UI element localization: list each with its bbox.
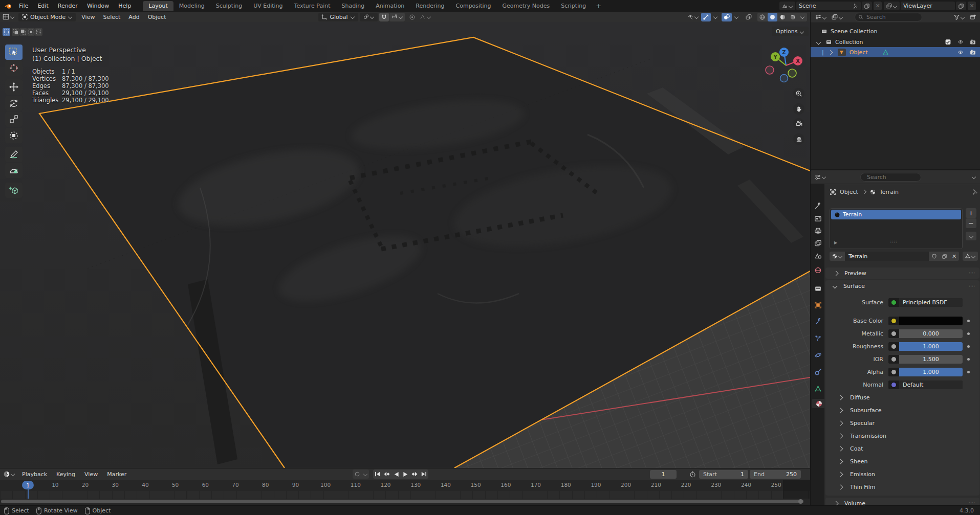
tab-particles[interactable] bbox=[813, 333, 822, 343]
shading-material-button[interactable] bbox=[778, 13, 788, 21]
outliner-search[interactable] bbox=[855, 13, 922, 21]
scene-browse-button[interactable] bbox=[779, 2, 795, 10]
fake-user-button[interactable] bbox=[929, 252, 939, 261]
material-subpanel[interactable]: Subsurface bbox=[825, 404, 979, 417]
material-subpanel[interactable]: Transmission bbox=[825, 430, 979, 442]
workspace-tab[interactable]: UV Editing bbox=[248, 1, 288, 11]
property-field[interactable]: 1.500 bbox=[888, 355, 963, 364]
pivot-dropdown[interactable] bbox=[360, 13, 378, 21]
property-field[interactable]: 0.000 bbox=[888, 329, 963, 338]
snap-settings-dropdown[interactable] bbox=[389, 13, 405, 21]
workspace-tab[interactable]: Sculpting bbox=[210, 1, 248, 11]
new-collection-button[interactable] bbox=[967, 14, 980, 20]
workspace-tab[interactable]: Scripting bbox=[555, 1, 592, 11]
disable-render-camera-icon[interactable] bbox=[969, 49, 976, 56]
app-menu-item[interactable]: File bbox=[14, 3, 33, 9]
outliner-filter-dropdown[interactable] bbox=[829, 14, 845, 20]
viewport-menu-item[interactable]: Select bbox=[99, 14, 124, 20]
socket-chip[interactable] bbox=[888, 342, 899, 351]
tool-rotate[interactable] bbox=[5, 96, 23, 111]
viewport-menu-item[interactable]: View bbox=[77, 14, 99, 20]
tab-view-layer[interactable] bbox=[813, 238, 822, 248]
remove-slot-button[interactable]: − bbox=[966, 218, 976, 228]
gizmos-dropdown[interactable] bbox=[711, 13, 720, 21]
outliner-search-input[interactable] bbox=[865, 13, 919, 21]
socket-chip[interactable] bbox=[888, 317, 899, 325]
timeline-menu-item[interactable]: Playback bbox=[17, 471, 52, 478]
animate-dot[interactable] bbox=[967, 358, 970, 361]
unlink-material-button[interactable]: ✕ bbox=[949, 252, 959, 261]
tab-output[interactable] bbox=[813, 226, 822, 235]
play-button[interactable] bbox=[401, 469, 410, 479]
properties-search[interactable] bbox=[860, 173, 921, 182]
tab-object-data[interactable] bbox=[813, 384, 822, 393]
overlays-dropdown[interactable] bbox=[732, 13, 741, 21]
orthographic-toggle-button[interactable] bbox=[793, 133, 804, 145]
slot-list-grip[interactable]: ∷∷ bbox=[890, 239, 897, 244]
tab-scene[interactable] bbox=[813, 251, 822, 260]
node-tree-dropdown[interactable] bbox=[963, 252, 978, 261]
outliner-row-collection[interactable]: Collection bbox=[811, 37, 980, 47]
previous-keyframe-button[interactable] bbox=[382, 469, 391, 479]
timeline-scrollbar[interactable] bbox=[1, 500, 803, 503]
proportional-falloff-dropdown[interactable] bbox=[418, 13, 433, 21]
workspace-tab[interactable]: Layout bbox=[143, 1, 173, 11]
visibility-dropdown[interactable] bbox=[685, 13, 701, 21]
properties-editor-dropdown[interactable] bbox=[811, 174, 829, 181]
property-value[interactable]: Default bbox=[899, 380, 963, 389]
workspace-tab[interactable]: Geometry Nodes bbox=[496, 1, 555, 11]
slot-specials-dropdown[interactable] bbox=[966, 232, 976, 240]
material-subpanel[interactable]: Diffuse bbox=[825, 391, 979, 404]
tab-modifiers[interactable] bbox=[813, 317, 822, 326]
end-frame-field[interactable]: End250 bbox=[750, 470, 801, 479]
hide-eye-icon[interactable] bbox=[957, 49, 964, 55]
zoom-button[interactable] bbox=[793, 88, 804, 99]
navigation-gizmo[interactable]: Z Y X bbox=[765, 44, 808, 87]
animate-dot[interactable] bbox=[967, 345, 970, 348]
tab-constraints[interactable] bbox=[813, 367, 822, 376]
gizmos-toggle[interactable] bbox=[701, 13, 711, 21]
tab-collection[interactable] bbox=[813, 284, 822, 293]
material-subpanel[interactable]: Specular bbox=[825, 417, 979, 430]
keying-dropdown[interactable] bbox=[362, 469, 369, 479]
overlays-toggle[interactable] bbox=[722, 13, 732, 21]
pan-button[interactable] bbox=[793, 103, 804, 115]
material-subpanel[interactable]: Emission bbox=[825, 468, 979, 481]
browse-material-button[interactable] bbox=[830, 252, 845, 261]
tab-tool[interactable] bbox=[813, 201, 822, 210]
scene-copy-button[interactable] bbox=[862, 2, 872, 10]
property-field[interactable] bbox=[888, 317, 963, 325]
auto-keying-toggle[interactable] bbox=[353, 469, 362, 479]
shading-dropdown[interactable] bbox=[798, 13, 807, 21]
start-frame-field[interactable]: Start1 bbox=[699, 470, 748, 479]
orientation-dropdown[interactable]: Global bbox=[318, 13, 358, 21]
property-value[interactable]: 1.500 bbox=[899, 355, 963, 364]
current-frame-field[interactable]: 1 bbox=[650, 470, 677, 479]
tool-measure[interactable] bbox=[5, 163, 23, 178]
property-value[interactable]: 1.000 bbox=[899, 342, 963, 351]
property-field[interactable]: Default bbox=[888, 380, 963, 389]
expand-icon[interactable] bbox=[816, 39, 821, 44]
mode-dropdown[interactable]: Object Mode bbox=[18, 13, 76, 21]
playhead-line[interactable] bbox=[28, 489, 29, 499]
timeline-menu-item[interactable]: Keying bbox=[52, 471, 80, 478]
viewport-menu-item[interactable]: Add bbox=[124, 14, 143, 20]
material-subpanel[interactable]: Thin Film bbox=[825, 481, 979, 494]
select-mode-intersect-button[interactable] bbox=[35, 28, 42, 36]
add-slot-button[interactable]: + bbox=[966, 208, 976, 218]
viewport-canvas[interactable]: Options User Perspective (1) Collection … bbox=[0, 22, 810, 468]
select-mode-extend-button[interactable] bbox=[12, 28, 19, 36]
tab-material[interactable] bbox=[812, 399, 825, 408]
options-dropdown[interactable]: Options bbox=[772, 27, 809, 36]
tool-add-cube[interactable] bbox=[5, 183, 23, 198]
next-keyframe-button[interactable] bbox=[410, 469, 419, 479]
play-reverse-button[interactable] bbox=[391, 469, 401, 479]
jump-to-end-button[interactable] bbox=[419, 469, 428, 479]
timeline-menu-item[interactable]: Marker bbox=[102, 471, 131, 478]
workspace-tab[interactable]: Texture Paint bbox=[289, 1, 336, 11]
hide-eye-icon[interactable] bbox=[957, 39, 964, 45]
slot-list-expand-icon[interactable]: ▶ bbox=[834, 240, 837, 245]
property-field[interactable]: Principled BSDF bbox=[888, 298, 963, 307]
editor-type-button[interactable] bbox=[0, 13, 17, 20]
workspace-tab[interactable]: Rendering bbox=[410, 1, 450, 11]
